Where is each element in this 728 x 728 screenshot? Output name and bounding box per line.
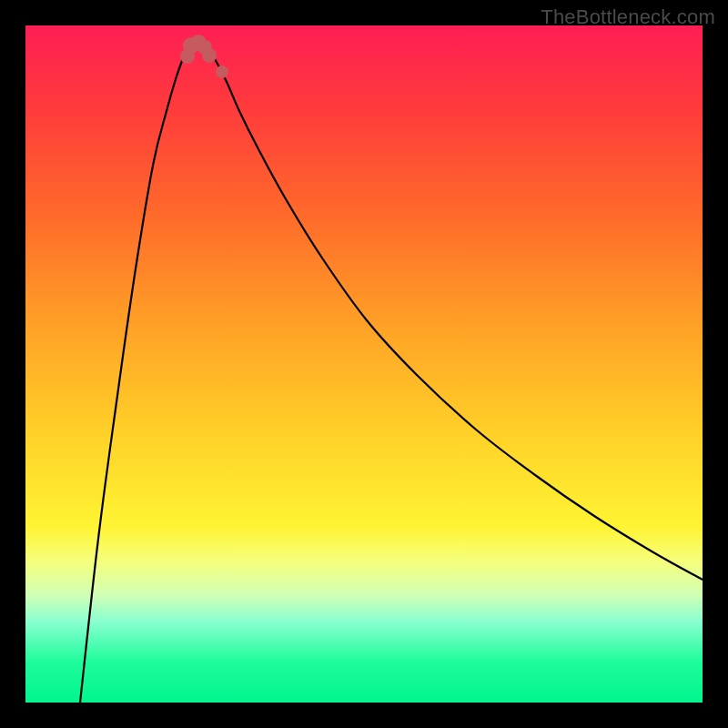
left-curve <box>80 43 207 703</box>
watermark-text: TheBottleneck.com <box>541 5 715 29</box>
bottom-dots <box>180 35 228 78</box>
data-dot <box>216 66 228 78</box>
right-curve <box>212 55 703 580</box>
data-dot <box>202 48 217 63</box>
chart-frame <box>25 25 703 703</box>
chart-svg <box>25 25 703 703</box>
